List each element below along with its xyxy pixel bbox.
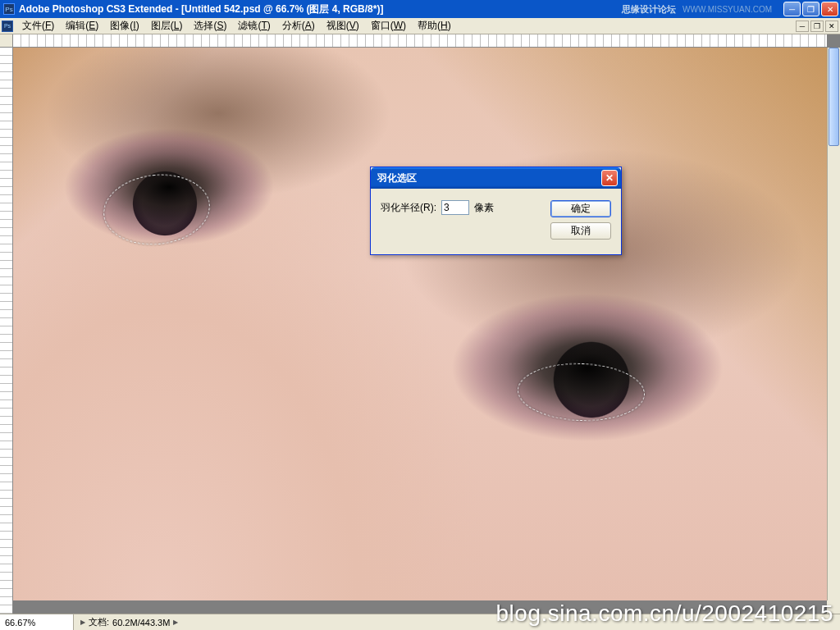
menu-window[interactable]: 窗口(W) bbox=[365, 17, 412, 34]
menu-image[interactable]: 图像(I) bbox=[104, 17, 144, 34]
window-title: Adobe Photoshop CS3 Extended - [Untitled… bbox=[19, 2, 383, 16]
vertical-scrollbar[interactable] bbox=[827, 48, 840, 600]
menu-layer[interactable]: 图层(L) bbox=[145, 17, 189, 34]
mdi-restore-button[interactable]: ❐ bbox=[810, 21, 824, 32]
feather-radius-input[interactable] bbox=[441, 200, 469, 215]
feather-unit-label: 像素 bbox=[474, 201, 494, 215]
mdi-close-button[interactable]: ✕ bbox=[825, 21, 838, 32]
forum-watermark: 思缘设计论坛 bbox=[622, 3, 676, 16]
ruler-vertical[interactable] bbox=[0, 48, 13, 614]
titlebar: Ps Adobe Photoshop CS3 Extended - [Untit… bbox=[0, 0, 840, 18]
menu-view[interactable]: 视图(V) bbox=[321, 17, 365, 34]
zoom-level-box[interactable]: 66.67% bbox=[0, 614, 74, 630]
dialog-title-text: 羽化选区 bbox=[377, 171, 417, 185]
feather-radius-label: 羽化半径(R): bbox=[381, 201, 436, 215]
forum-url-watermark: WWW.MISSYUAN.COM bbox=[682, 5, 772, 14]
cancel-button[interactable]: 取消 bbox=[550, 222, 611, 240]
mdi-minimize-button[interactable]: ─ bbox=[796, 21, 809, 32]
dialog-close-button[interactable]: ✕ bbox=[601, 170, 618, 186]
ruler-horizontal[interactable] bbox=[13, 34, 827, 48]
photoshop-app-icon: Ps bbox=[3, 3, 15, 15]
doc-size: 60.2M/443.3M bbox=[112, 618, 170, 628]
image-canvas[interactable] bbox=[13, 48, 827, 600]
blog-url-watermark: blog.sina.com.cn/u/2002410215 bbox=[496, 600, 833, 627]
document-info[interactable]: ▶ 文档: 60.2M/443.3M ▶ bbox=[74, 616, 185, 628]
photo-content bbox=[13, 48, 827, 600]
photoshop-doc-icon: Ps bbox=[2, 21, 13, 32]
minimize-button[interactable]: ─ bbox=[783, 2, 801, 16]
menu-help[interactable]: 帮助(H) bbox=[412, 17, 457, 34]
menu-select[interactable]: 选择(S) bbox=[188, 17, 232, 34]
menu-edit[interactable]: 编辑(E) bbox=[60, 17, 104, 34]
scrollbar-thumb[interactable] bbox=[829, 48, 839, 146]
doc-label: 文档: bbox=[89, 616, 109, 628]
canvas-area bbox=[0, 34, 840, 614]
ruler-corner bbox=[0, 34, 13, 48]
menu-file[interactable]: 文件(F) bbox=[16, 17, 60, 34]
chevron-right-icon: ▶ bbox=[173, 619, 178, 626]
menubar: Ps 文件(F) 编辑(E) 图像(I) 图层(L) 选择(S) 滤镜(T) 分… bbox=[0, 18, 840, 34]
dialog-titlebar[interactable]: 羽化选区 ✕ bbox=[371, 167, 621, 189]
feather-selection-dialog: 羽化选区 ✕ 羽化半径(R): 像素 确定 取消 bbox=[370, 167, 622, 255]
menu-filter[interactable]: 滤镜(T) bbox=[232, 17, 276, 34]
info-menu-icon: ▶ bbox=[80, 619, 85, 626]
maximize-button[interactable]: ❐ bbox=[802, 2, 819, 16]
ok-button[interactable]: 确定 bbox=[550, 200, 611, 217]
menu-analysis[interactable]: 分析(A) bbox=[276, 17, 321, 34]
close-button[interactable]: ✕ bbox=[821, 2, 838, 16]
